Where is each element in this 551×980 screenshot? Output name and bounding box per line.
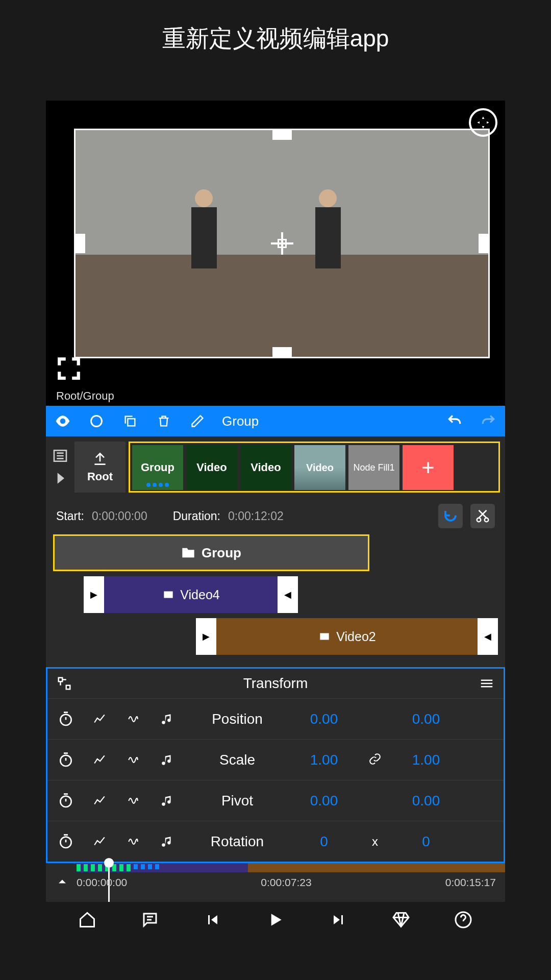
transform-value-y[interactable]: 0.00 xyxy=(400,711,452,727)
visibility-icon[interactable] xyxy=(54,412,72,430)
clip-handle-right[interactable]: ◀ xyxy=(278,576,298,613)
transform-value-x[interactable]: 0 xyxy=(298,834,349,850)
transform-label: Position xyxy=(191,711,283,727)
node-label: Video xyxy=(251,461,281,474)
transform-header: Transform xyxy=(47,669,504,698)
preview-figure xyxy=(179,187,230,289)
graph-icon[interactable] xyxy=(90,710,109,728)
plus-icon: + xyxy=(421,455,435,480)
bottom-bar xyxy=(46,902,505,938)
transform-value-x[interactable]: 0.00 xyxy=(298,711,349,727)
node-group[interactable]: Group xyxy=(132,445,183,490)
transform-value-y[interactable]: 0.00 xyxy=(400,793,452,809)
timeline-ruler[interactable]: 0:00:00:00 0:00:07:23 0:00:15:17 xyxy=(46,863,505,902)
diamond-icon[interactable] xyxy=(389,908,413,932)
graph-icon[interactable] xyxy=(90,792,109,810)
edit-icon[interactable] xyxy=(188,412,207,430)
frame-back-icon[interactable] xyxy=(201,908,225,932)
undo-icon[interactable] xyxy=(445,412,464,430)
svg-rect-5 xyxy=(59,678,63,682)
play-icon[interactable] xyxy=(263,908,288,932)
fullscreen-icon[interactable] xyxy=(56,356,82,381)
music-icon[interactable] xyxy=(158,710,176,728)
node-fill[interactable]: Node Fill1 xyxy=(348,445,399,490)
reset-button[interactable] xyxy=(469,108,497,137)
preview-figure xyxy=(303,187,354,289)
clip-label: Group xyxy=(202,545,241,561)
node-add-button[interactable]: + xyxy=(403,445,454,490)
stopwatch-icon[interactable] xyxy=(57,751,75,769)
music-icon[interactable] xyxy=(158,832,176,851)
start-value[interactable]: 0:00:00:00 xyxy=(92,509,147,523)
graph-icon[interactable] xyxy=(90,751,109,769)
comment-icon[interactable] xyxy=(138,908,162,932)
resize-handle-bottom[interactable] xyxy=(272,347,292,358)
toolbar-group-label: Group xyxy=(222,413,430,429)
node-video[interactable]: Video xyxy=(186,445,237,490)
frame-forward-icon[interactable] xyxy=(326,908,350,932)
resize-handle-right[interactable] xyxy=(479,234,490,253)
clip-group[interactable]: Group xyxy=(53,534,369,571)
copy-icon[interactable] xyxy=(121,412,139,430)
node-video-thumb[interactable]: Video xyxy=(294,445,345,490)
graph-icon[interactable] xyxy=(90,832,109,851)
node-video[interactable]: Video xyxy=(240,445,291,490)
clip-handle-left[interactable]: ▶ xyxy=(196,618,216,655)
clip-video2[interactable]: ▶ Video2 ◀ xyxy=(196,618,498,655)
page-title: 重新定义视频编辑app xyxy=(0,0,551,70)
transform-value-x[interactable]: 0.00 xyxy=(298,793,349,809)
preview-canvas[interactable] xyxy=(74,129,490,358)
resize-handle-top[interactable] xyxy=(272,129,292,140)
clip-video4[interactable]: ▶ Video4 ◀ xyxy=(84,576,298,613)
stopwatch-icon[interactable] xyxy=(57,792,75,810)
root-node-label: Root xyxy=(87,470,113,483)
node-dots-icon xyxy=(146,483,169,487)
transform-value-y[interactable]: 0 xyxy=(400,834,452,850)
delete-icon[interactable] xyxy=(155,412,173,430)
wave-icon[interactable] xyxy=(124,710,142,728)
stopwatch-icon[interactable] xyxy=(57,710,75,728)
transform-value-y[interactable]: 1.00 xyxy=(400,752,452,768)
clip-label: Video4 xyxy=(180,587,219,602)
duration-label: Duration: xyxy=(173,509,220,523)
clip-label: Video2 xyxy=(336,629,375,644)
svg-rect-1 xyxy=(128,419,135,426)
transform-row-position: Position 0.00 0.00 xyxy=(47,698,504,739)
root-node[interactable]: Root xyxy=(74,442,126,493)
cut-button[interactable] xyxy=(470,504,495,528)
duration-value[interactable]: 0:00:12:02 xyxy=(228,509,284,523)
redo-icon[interactable] xyxy=(479,412,497,430)
menu-icon[interactable] xyxy=(479,676,494,691)
node-label: Video xyxy=(306,462,334,474)
transform-row-rotation: Rotation 0 x 0 xyxy=(47,821,504,862)
wave-icon[interactable] xyxy=(124,792,142,810)
home-icon[interactable] xyxy=(75,908,99,932)
collapse-icon[interactable] xyxy=(55,874,73,891)
link-icon[interactable] xyxy=(365,752,385,768)
transform-value-x[interactable]: 1.00 xyxy=(298,752,349,768)
side-toggle[interactable] xyxy=(46,442,74,493)
timeline-time: 0:00:07:23 xyxy=(261,876,311,889)
circle-icon[interactable] xyxy=(87,412,106,430)
help-icon[interactable] xyxy=(451,908,475,932)
stopwatch-icon[interactable] xyxy=(57,832,75,851)
wave-icon[interactable] xyxy=(124,832,142,851)
music-icon[interactable] xyxy=(158,751,176,769)
wave-icon[interactable] xyxy=(124,751,142,769)
nodes-row: Root Group Video Video Video Node Fill1 … xyxy=(46,436,505,498)
svg-point-0 xyxy=(91,416,102,427)
clip-handle-left[interactable]: ▶ xyxy=(84,576,104,613)
center-crosshair-icon[interactable] xyxy=(271,232,293,255)
svg-rect-6 xyxy=(66,685,70,690)
reset-time-button[interactable] xyxy=(438,504,463,528)
timeline-time: 0:00:15:17 xyxy=(445,876,496,889)
timeline-time: 0:00:00:00 xyxy=(77,876,127,889)
transform-icon xyxy=(57,676,72,691)
transform-label: Scale xyxy=(191,752,283,768)
preview-area[interactable] xyxy=(46,101,505,386)
clip-handle-right[interactable]: ◀ xyxy=(478,618,498,655)
transform-link-x: x xyxy=(365,835,385,849)
music-icon[interactable] xyxy=(158,792,176,810)
breadcrumb: Root/Group xyxy=(46,386,505,406)
resize-handle-left[interactable] xyxy=(74,234,85,253)
